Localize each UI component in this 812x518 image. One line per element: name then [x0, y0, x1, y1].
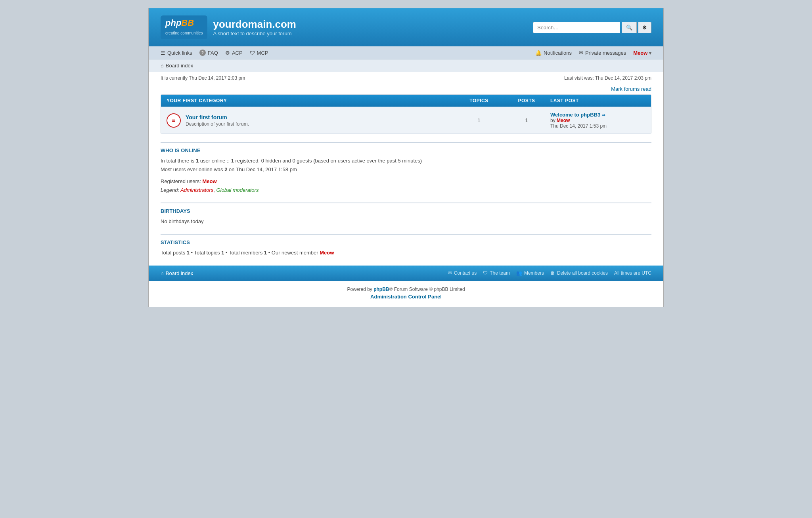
legend-admins-link[interactable]: Administrators: [180, 187, 213, 193]
statistics-content: Total posts 1 • Total topics 1 • Total m…: [161, 248, 651, 257]
search-button[interactable]: 🔍: [622, 22, 637, 33]
col-topics: TOPICS: [455, 98, 503, 103]
timezone-label: All times are UTC: [614, 270, 651, 276]
forum-topics-count: 1: [455, 117, 503, 123]
who-is-online-title: WHO IS ONLINE: [161, 147, 651, 153]
footer-bar: ⌂ Board index ✉ Contact us 🛡 The team 👥 …: [149, 266, 663, 281]
dropdown-arrow-icon: ▾: [649, 51, 651, 55]
contact-icon: ✉: [448, 270, 452, 276]
footer-links: ✉ Contact us 🛡 The team 👥 Members 🗑 Dele…: [448, 270, 651, 276]
stats-topics-prefix: • Total topics: [190, 250, 221, 256]
footer-board-index[interactable]: ⌂ Board index: [161, 270, 193, 276]
forum-posts-count: 1: [503, 117, 550, 123]
site-header: phpBBcreating communities yourdomain.com…: [149, 8, 663, 46]
search-input[interactable]: [533, 22, 620, 33]
the-team-link[interactable]: 🛡 The team: [483, 270, 510, 276]
home-icon: ⌂: [161, 63, 164, 69]
site-title-area: yourdomain.com A short text to describe …: [213, 18, 296, 36]
phpbb-link[interactable]: phpBB: [373, 287, 389, 292]
admin-panel-link[interactable]: Administration Control Panel: [149, 294, 663, 300]
max-prefix: Most users ever online was: [161, 166, 224, 172]
advanced-search-button[interactable]: ⚙: [638, 22, 651, 33]
category-name: YOUR FIRST CATEGORY: [167, 98, 455, 103]
last-post-by: by Meow: [550, 118, 645, 123]
nav-right: 🔔 Notifications ✉ Private messages Meow …: [535, 50, 651, 56]
last-post-title-link[interactable]: Welcome to phpBB3: [550, 112, 600, 118]
site-logo[interactable]: phpBBcreating communities: [161, 15, 207, 39]
delete-cookies-label: Delete all board cookies: [557, 270, 608, 276]
private-messages-item[interactable]: ✉ Private messages: [579, 50, 626, 56]
last-post-user-link[interactable]: Meow: [557, 118, 570, 123]
faq-link[interactable]: ? FAQ: [199, 50, 218, 56]
search-area: 🔍 ⚙: [533, 22, 651, 33]
current-date: It is currently Thu Dec 14, 2017 2:03 pm: [161, 75, 245, 81]
acp-icon: ⚙: [225, 50, 230, 56]
delete-cookies-link[interactable]: 🗑 Delete all board cookies: [550, 270, 608, 276]
notifications-label: Notifications: [544, 50, 572, 56]
max-suffix: on Thu Dec 14, 2017 1:58 pm: [227, 166, 297, 172]
online-suffix: user online :: 1 registered, 0 hidden an…: [199, 158, 422, 164]
stats-newest-prefix: • Our newest member: [267, 250, 320, 256]
forum-name-link[interactable]: Your first forum: [186, 114, 227, 120]
mcp-link[interactable]: 🛡 MCP: [250, 50, 268, 56]
site-tagline: A short text to describe your forum: [213, 31, 296, 36]
navbar: ☰ Quick links ? FAQ ⚙ ACP 🛡 MCP 🔔 Notifi…: [149, 46, 663, 59]
registered-users-line: Registered users: Meow: [161, 177, 651, 186]
legend-line: Legend: Administrators, Global moderator…: [161, 186, 651, 195]
statistics-title: STATISTICS: [161, 239, 651, 245]
who-is-online-section: WHO IS ONLINE In total there is 1 user o…: [161, 142, 651, 195]
members-label: Members: [524, 270, 544, 276]
mcp-label: MCP: [257, 50, 268, 56]
user-menu[interactable]: Meow ▾: [633, 50, 651, 56]
logo-area: phpBBcreating communities yourdomain.com…: [161, 15, 296, 39]
legend-mods-link[interactable]: Global moderators: [216, 187, 259, 193]
members-link[interactable]: 👥 Members: [516, 270, 544, 276]
statistics-section: STATISTICS Total posts 1 • Total topics …: [161, 234, 651, 257]
col-last-post: LAST POST: [550, 98, 645, 103]
last-post-area: Welcome to phpBB3 ➡ by Meow Thu Dec 14, …: [550, 112, 645, 129]
stats-posts-prefix: Total posts: [161, 250, 187, 256]
breadcrumb-label: Board index: [166, 63, 193, 69]
breadcrumb-home[interactable]: ⌂ Board index: [161, 63, 651, 69]
search-icon: 🔍: [626, 25, 632, 31]
birthdays-content: No birthdays today: [161, 217, 651, 226]
who-is-online-content: In total there is 1 user online :: 1 reg…: [161, 157, 651, 195]
team-icon: 🛡: [483, 270, 488, 276]
registered-user-link[interactable]: Meow: [203, 178, 217, 184]
forum-icon: ≡: [167, 113, 181, 128]
online-line1: In total there is 1 user online :: 1 reg…: [161, 157, 651, 165]
forum-row: ≡ Your first forum Description of your f…: [161, 107, 651, 134]
contact-us-link[interactable]: ✉ Contact us: [448, 270, 477, 276]
stats-members-prefix: • Total members: [224, 250, 264, 256]
username-label: Meow: [633, 50, 647, 56]
delete-icon: 🗑: [550, 270, 555, 276]
site-title: yourdomain.com: [213, 18, 296, 31]
faq-icon: ?: [199, 50, 206, 56]
contact-us-label: Contact us: [454, 270, 477, 276]
date-bar: It is currently Thu Dec 14, 2017 2:03 pm…: [149, 72, 663, 84]
powered-suffix: ® Forum Software © phpBB Limited: [389, 287, 465, 292]
mcp-icon: 🛡: [250, 50, 255, 56]
forum-icon-symbol: ≡: [172, 117, 175, 124]
mark-forums-link[interactable]: Mark forums read: [611, 86, 651, 92]
stats-newest-user-link[interactable]: Meow: [320, 250, 334, 256]
nav-left: ☰ Quick links ? FAQ ⚙ ACP 🛡 MCP: [161, 50, 268, 56]
quick-links-label: Quick links: [167, 50, 192, 56]
bell-icon: 🔔: [535, 50, 542, 56]
footer-home-icon: ⌂: [161, 270, 164, 276]
quick-links-menu[interactable]: ☰ Quick links: [161, 50, 192, 56]
legend-prefix: Legend:: [161, 187, 180, 193]
menu-icon: ☰: [161, 50, 165, 56]
notifications-item[interactable]: 🔔 Notifications: [535, 50, 572, 56]
footer-board-index-label: Board index: [166, 270, 193, 276]
no-birthdays-text: No birthdays today: [161, 218, 203, 224]
powered-by: Powered by phpBB® Forum Software © phpBB…: [149, 281, 663, 307]
mark-forums-row: Mark forums read: [149, 84, 663, 94]
view-post-icon[interactable]: ➡: [602, 113, 605, 117]
powered-prefix: Powered by: [347, 287, 373, 292]
envelope-icon: ✉: [579, 50, 583, 56]
stats-posts-count: 1: [187, 250, 190, 256]
forum-info: ≡ Your first forum Description of your f…: [167, 113, 455, 128]
birthdays-section: BIRTHDAYS No birthdays today: [161, 203, 651, 226]
acp-link[interactable]: ⚙ ACP: [225, 50, 243, 56]
